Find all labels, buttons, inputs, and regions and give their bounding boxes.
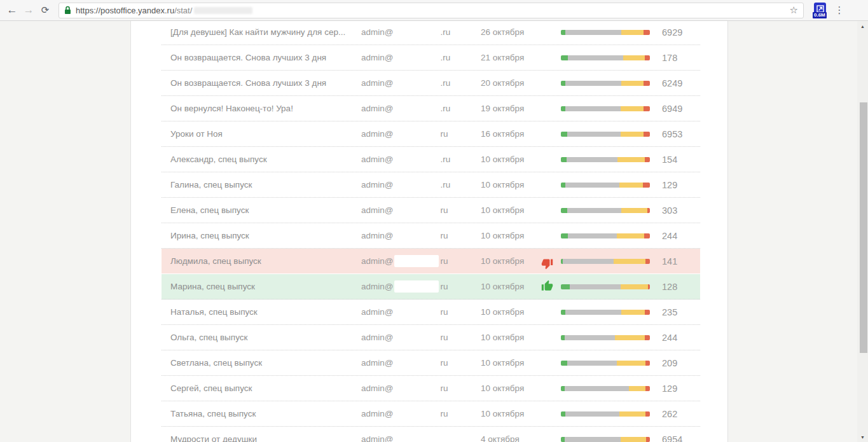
back-button[interactable]: ← xyxy=(4,2,20,18)
bar-segment-gray xyxy=(567,208,621,213)
table-row[interactable]: Уроки от Ноя admin@ ru 16 октября 6953 xyxy=(162,121,700,147)
extension-button[interactable]: 0.6M xyxy=(813,2,828,18)
email-prefix: admin@ xyxy=(361,358,393,368)
recipient-count: 244 xyxy=(662,223,677,248)
bar-segment-green xyxy=(561,411,565,417)
delivery-stats-bar xyxy=(561,300,650,324)
table-row[interactable]: Сергей, спец выпуск admin@ ru 10 октября… xyxy=(162,376,700,401)
sender-email: admin@ .ru xyxy=(361,147,450,172)
bar-segment-gray xyxy=(565,411,619,417)
bar-segment-red xyxy=(644,30,650,35)
lock-icon[interactable] xyxy=(64,6,71,15)
bar-segment-yellow xyxy=(621,208,647,213)
bar-segment-red xyxy=(643,183,650,188)
email-prefix: admin@ xyxy=(361,409,393,418)
sender-email: admin@ ru xyxy=(361,121,448,146)
bar-segment-red xyxy=(644,132,650,137)
delivery-stats-bar xyxy=(561,274,650,299)
scroll-down-button[interactable]: ▼ xyxy=(857,432,868,442)
sender-email: admin@ ru xyxy=(361,325,448,350)
table-row[interactable]: Ирина, спец выпуск admin@ ru 10 октября … xyxy=(162,223,700,249)
url-text: https://postoffice.yandex.ru/stat/ xyxy=(76,6,192,15)
table-row[interactable]: Людмила, спец выпуск admin@ ru 10 октябр… xyxy=(162,249,700,274)
campaign-title: Светлана, спец выпуск xyxy=(170,350,262,375)
campaign-title: Ольга, спец выпуск xyxy=(170,325,247,350)
scrollbar-thumb[interactable] xyxy=(860,102,867,353)
redacted-domain xyxy=(394,382,439,394)
send-date: 20 октября xyxy=(481,71,524,95)
table-row[interactable]: Елена, спец выпуск admin@ ru 10 октября … xyxy=(162,198,700,223)
thumbs-down-icon xyxy=(541,258,553,270)
campaign-title: Татьяна, спец выпуск xyxy=(170,401,256,426)
sender-email: admin@ .ru xyxy=(361,96,450,121)
stacked-bar xyxy=(561,81,650,86)
email-prefix: admin@ xyxy=(361,129,393,139)
bar-segment-gray xyxy=(567,157,617,162)
stacked-bar xyxy=(561,30,650,35)
campaign-title: Мудрости от дедушки xyxy=(170,427,257,442)
bar-segment-gray xyxy=(568,55,624,60)
bar-segment-yellow xyxy=(621,132,644,137)
stacked-bar xyxy=(561,310,650,315)
send-date: 10 октября xyxy=(481,350,524,375)
table-row[interactable]: Марина, спец выпуск admin@ ru 10 октября… xyxy=(162,274,700,300)
send-date: 10 октября xyxy=(481,376,524,401)
bar-segment-green xyxy=(561,157,567,162)
table-row[interactable]: Мудрости от дедушки admin@ 4 октября 695… xyxy=(162,427,700,442)
bar-segment-gray xyxy=(565,386,629,391)
email-suffix: ru xyxy=(440,333,448,342)
send-date: 16 октября xyxy=(481,121,524,146)
delivery-stats-bar xyxy=(561,96,650,121)
page-content: [Для девушек] Как найти мужчину для сер.… xyxy=(130,21,728,442)
send-date: 26 октября xyxy=(481,21,524,45)
delivery-stats-bar xyxy=(561,350,650,375)
browser-menu-button[interactable]: ⋮ xyxy=(832,2,847,18)
refresh-button[interactable]: ⟳ xyxy=(37,2,53,18)
scroll-up-button[interactable]: ▲ xyxy=(857,21,868,31)
sender-email: admin@ .ru xyxy=(361,21,450,45)
bar-segment-red xyxy=(645,361,650,366)
recipient-count: 6953 xyxy=(662,121,682,146)
recipient-count: 129 xyxy=(662,376,677,401)
email-suffix: .ru xyxy=(440,53,450,62)
redacted-domain xyxy=(394,306,439,318)
bar-segment-yellow xyxy=(617,157,645,162)
table-row[interactable]: [Для девушек] Как найти мужчину для сер.… xyxy=(162,21,700,45)
campaign-title: Елена, спец выпуск xyxy=(170,198,249,223)
bookmark-star-button[interactable]: ☆ xyxy=(790,4,798,16)
stacked-bar xyxy=(561,208,650,213)
bar-segment-gray xyxy=(563,259,614,264)
recipient-count: 178 xyxy=(662,45,677,70)
redacted-domain xyxy=(394,230,439,242)
table-row[interactable]: Он возвращается. Снова лучших 3 дня admi… xyxy=(162,45,700,71)
sender-email: admin@ .ru xyxy=(361,45,450,70)
vertical-scrollbar[interactable]: ▲ ▼ xyxy=(857,21,868,442)
recipient-count: 303 xyxy=(662,198,677,223)
send-date: 10 октября xyxy=(481,249,524,273)
table-row[interactable]: Он вернулся! Наконец-то! Ура! admin@ .ru… xyxy=(162,96,700,121)
recipient-count: 128 xyxy=(662,274,677,299)
stacked-bar xyxy=(561,55,650,60)
table-row[interactable]: Татьяна, спец выпуск admin@ ru 10 октябр… xyxy=(162,401,700,427)
address-bar[interactable]: https://postoffice.yandex.ru/stat/ ☆ xyxy=(59,3,804,18)
page-margin-left xyxy=(0,21,130,442)
table-row[interactable]: Ольга, спец выпуск admin@ ru 10 октября … xyxy=(162,325,700,350)
table-row[interactable]: Наталья, спец выпуск admin@ ru 10 октябр… xyxy=(162,300,700,325)
forward-button[interactable]: → xyxy=(20,2,37,18)
table-row[interactable]: Светлана, спец выпуск admin@ ru 10 октяб… xyxy=(162,350,700,376)
campaign-title: Галина, спец выпуск xyxy=(170,172,252,197)
send-date: 10 октября xyxy=(481,147,524,172)
campaign-table: [Для девушек] Как найти мужчину для сер.… xyxy=(162,21,700,442)
email-suffix: .ru xyxy=(440,27,450,37)
page-margin-right xyxy=(728,21,857,442)
recipient-count: 235 xyxy=(662,300,677,324)
recipient-count: 244 xyxy=(662,325,677,350)
delivery-stats-bar xyxy=(561,249,650,273)
table-row[interactable]: Галина, спец выпуск admin@ .ru 10 октябр… xyxy=(162,172,700,198)
table-row[interactable]: Он возвращается. Снова лучших 3 дня admi… xyxy=(162,71,700,96)
email-prefix: admin@ xyxy=(361,205,393,215)
table-row[interactable]: Александр, спец выпуск admin@ .ru 10 окт… xyxy=(162,147,700,172)
bar-segment-red xyxy=(645,386,650,391)
send-date: 21 октября xyxy=(481,45,524,70)
stacked-bar xyxy=(561,335,650,340)
